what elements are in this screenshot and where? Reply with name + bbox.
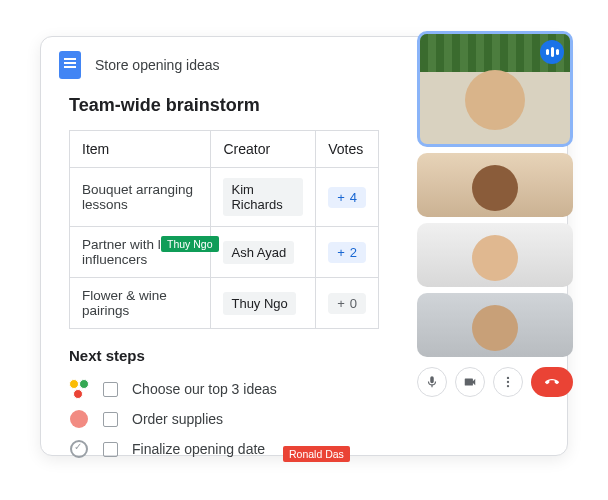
meet-video-panel xyxy=(417,31,573,397)
google-docs-icon xyxy=(59,51,81,79)
video-tile[interactable] xyxy=(417,293,573,357)
cell-item[interactable]: Partner with local influencers xyxy=(70,227,211,278)
task-text[interactable]: Finalize opening date xyxy=(132,441,265,457)
collaborator-cursor-tag: Ronald Das xyxy=(283,446,350,462)
cell-votes[interactable]: +2 xyxy=(316,227,379,278)
ideas-table-wrap: Item Creator Votes Bouquet arranging les… xyxy=(69,130,379,329)
hangup-button[interactable] xyxy=(531,367,573,397)
creator-chip: Kim Richards xyxy=(223,178,303,216)
cell-creator[interactable]: Ash Ayad xyxy=(211,227,316,278)
vote-chip[interactable]: +4 xyxy=(328,187,366,208)
table-row: Partner with local influencers Ash Ayad … xyxy=(70,227,379,278)
cell-votes[interactable]: +0 xyxy=(316,278,379,329)
cell-item[interactable]: Flower & wine pairings xyxy=(70,278,211,329)
cell-creator[interactable]: Kim Richards xyxy=(211,168,316,227)
task-row: Finalize opening date Ronald Das xyxy=(69,434,539,464)
task-checkbox[interactable] xyxy=(103,412,118,427)
video-tile-main[interactable] xyxy=(417,31,573,147)
creator-chip: Ash Ayad xyxy=(223,241,294,264)
task-text[interactable]: Choose our top 3 ideas xyxy=(132,381,277,397)
target-check-icon xyxy=(69,439,89,459)
vote-chip[interactable]: +0 xyxy=(328,293,366,314)
creator-chip: Thuy Ngo xyxy=(223,292,295,315)
task-text[interactable]: Order supplies xyxy=(132,411,223,427)
video-button[interactable] xyxy=(455,367,485,397)
phone-hangup-icon xyxy=(545,375,559,389)
video-participant xyxy=(472,165,518,211)
mic-icon xyxy=(425,375,439,389)
people-icon xyxy=(69,379,89,399)
assignee-icon xyxy=(69,409,89,429)
table-row: Flower & wine pairings Thuy Ngo +0 xyxy=(70,278,379,329)
col-item: Item xyxy=(70,131,211,168)
ideas-table: Item Creator Votes Bouquet arranging les… xyxy=(69,130,379,329)
video-tile[interactable] xyxy=(417,223,573,287)
meet-controls xyxy=(417,367,573,397)
video-tile[interactable] xyxy=(417,153,573,217)
document-card: Store opening ideas R S L Team-wide brai… xyxy=(40,36,568,456)
collaborator-cursor-tag: Thuy Ngo xyxy=(161,236,219,252)
svg-point-1 xyxy=(507,381,509,383)
svg-point-2 xyxy=(507,385,509,387)
cell-creator[interactable]: Thuy Ngo xyxy=(211,278,316,329)
col-votes: Votes xyxy=(316,131,379,168)
video-participant xyxy=(465,70,525,130)
video-icon xyxy=(463,375,477,389)
more-vertical-icon xyxy=(501,375,515,389)
mic-button[interactable] xyxy=(417,367,447,397)
video-participant xyxy=(472,305,518,351)
task-row: Order supplies xyxy=(69,404,539,434)
cell-item[interactable]: Bouquet arranging lessons xyxy=(70,168,211,227)
table-row: Bouquet arranging lessons Kim Richards +… xyxy=(70,168,379,227)
cell-votes[interactable]: +4 xyxy=(316,168,379,227)
table-header-row: Item Creator Votes xyxy=(70,131,379,168)
video-participant xyxy=(472,235,518,281)
task-checkbox[interactable] xyxy=(103,382,118,397)
speaking-indicator-icon xyxy=(540,40,564,64)
task-checkbox[interactable] xyxy=(103,442,118,457)
vote-chip[interactable]: +2 xyxy=(328,242,366,263)
more-options-button[interactable] xyxy=(493,367,523,397)
col-creator: Creator xyxy=(211,131,316,168)
svg-point-0 xyxy=(507,377,509,379)
